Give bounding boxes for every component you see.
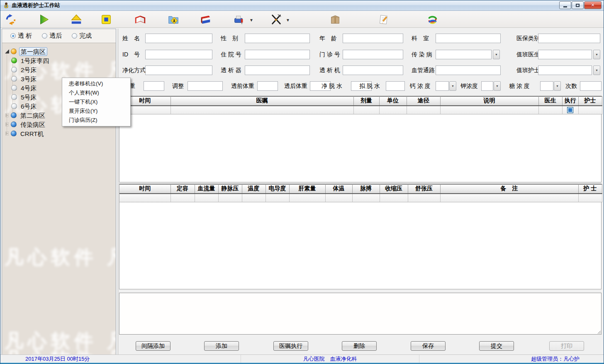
orders-cell[interactable] [170,106,353,114]
adjust-input[interactable] [188,81,223,91]
gender-input[interactable] [245,34,310,43]
tree-node-bed6[interactable]: 6号床 [11,102,38,111]
nurse-combo[interactable] [538,66,592,75]
glucose-dropdown-icon[interactable]: ▼ [554,81,561,91]
monitor-cell[interactable] [440,194,578,202]
start-button[interactable] [36,12,52,27]
tree-node-ward1[interactable]: 第一病区 [5,47,47,56]
pre-weight-input[interactable] [257,81,278,91]
color-swirl-button[interactable] [424,12,440,27]
close-button[interactable]: ✕ [584,1,602,9]
archive-box-button[interactable] [327,12,343,27]
minimize-button[interactable] [559,1,571,9]
collapse-arrow-icon[interactable] [5,114,10,117]
monitor-cell[interactable] [352,194,380,202]
add-button[interactable]: 添加 [204,341,239,351]
tree-node-bed3[interactable]: 3号床 [11,74,38,83]
tree-node-bed2[interactable]: 2号床 [11,65,38,74]
expand-arrow-icon[interactable] [5,49,10,53]
orders-cell[interactable] [407,106,440,114]
insurance-input[interactable] [538,34,600,43]
k-dropdown-icon[interactable]: ▼ [494,81,501,91]
monitor-cell[interactable] [119,194,170,202]
radio-finished[interactable]: 完成 [72,32,92,40]
monitor-cell[interactable] [380,194,408,202]
orders-cell[interactable] [538,106,562,114]
monitor-cell[interactable] [218,194,242,202]
orders-cell[interactable] [562,106,578,114]
ca-combo[interactable] [436,81,449,91]
id-input[interactable] [145,50,212,59]
menu-item-move-patient[interactable]: 患者移机位(V) [62,79,130,88]
monitor-cell[interactable] [325,194,352,202]
tree-node-infectious-ward[interactable]: 传染病区 [5,120,46,129]
monitor-cell[interactable] [265,194,289,202]
menu-item-personal-info[interactable]: 个人资料(W) [62,88,130,97]
purification-input[interactable] [145,66,212,75]
tree-node-bed5[interactable]: 5号床 [11,92,38,102]
interval-add-button[interactable]: 间隔添加 [136,341,170,351]
eject-button[interactable] [68,12,84,27]
maximize-button[interactable] [572,1,584,9]
radio-post-dialysis[interactable]: 透后 [42,32,62,40]
orders-empty-row[interactable] [119,106,602,114]
monitor-cell[interactable] [195,194,218,202]
monitor-cell[interactable] [170,194,195,202]
orders-cell[interactable] [353,106,379,114]
k-combo[interactable] [481,81,493,91]
edit-note-button[interactable] [376,12,392,27]
plan-uf-input[interactable] [386,81,405,91]
print-button[interactable]: 打印 [549,341,584,351]
fax-button[interactable] [231,12,247,27]
submit-button[interactable]: 提交 [479,341,514,351]
orders-cell[interactable] [578,106,602,114]
delete-button[interactable]: 删除 [342,341,377,351]
infectious-dropdown-icon[interactable]: ▼ [493,50,500,59]
tree-node-crrt[interactable]: CRRT机 [5,129,45,138]
doctor-combo[interactable] [538,50,592,59]
times-input[interactable] [580,81,602,91]
tree-node-bed4[interactable]: 4号床 [11,83,38,92]
dialyzer-input[interactable] [245,66,310,75]
infectious-combo[interactable] [436,50,492,59]
menu-item-outpatient-record[interactable]: 门诊病历(Z) [62,116,130,125]
collapse-arrow-icon[interactable] [5,123,10,126]
collapse-arrow-icon[interactable] [5,132,10,135]
inpatient-input[interactable] [245,50,310,59]
nurse-dropdown-icon[interactable]: ▼ [593,66,600,75]
red-book-button[interactable] [132,12,148,27]
open-folder-button[interactable] [166,12,181,27]
name-input[interactable] [145,34,212,43]
vascular-input[interactable] [436,66,501,75]
save-button[interactable]: 保存 [411,341,446,351]
note-input[interactable] [119,293,602,335]
outpatient-input[interactable] [343,50,403,59]
tools-button[interactable] [268,12,284,27]
machine-input[interactable] [343,66,403,75]
monitor-cell[interactable] [242,194,265,202]
menu-item-one-key-off[interactable]: 一键下机(X) [62,97,130,107]
tree-node-bed1[interactable]: 1号床李四 [11,56,50,65]
glucose-combo[interactable] [540,81,553,91]
weight-input[interactable] [144,81,164,91]
monitor-empty-row[interactable] [119,194,602,202]
monitor-cell[interactable] [578,194,602,202]
tools-dropdown-caret[interactable]: ▼ [286,18,290,22]
age-input[interactable] [343,34,403,43]
tree-node-ward2[interactable]: 第二病区 [5,111,46,120]
ca-dropdown-icon[interactable]: ▼ [449,81,456,91]
orders-cell[interactable] [440,106,538,114]
radio-dialysis[interactable]: 透 析 [10,32,32,40]
monitor-cell[interactable] [408,194,440,202]
doctor-dropdown-icon[interactable]: ▼ [593,50,600,59]
records-book-button[interactable] [197,12,213,27]
execute-checkbox[interactable] [567,107,573,113]
refresh-button[interactable] [3,12,19,27]
monitor-cell[interactable] [289,194,325,202]
orders-cell[interactable] [379,106,407,114]
menu-item-expand-beds[interactable]: 展开床位(Y) [62,107,130,116]
dept-input[interactable] [436,34,501,43]
fax-dropdown-caret[interactable]: ▼ [249,18,253,22]
stop-button[interactable] [98,12,114,27]
execute-order-button[interactable]: 医嘱执行 [273,341,308,351]
